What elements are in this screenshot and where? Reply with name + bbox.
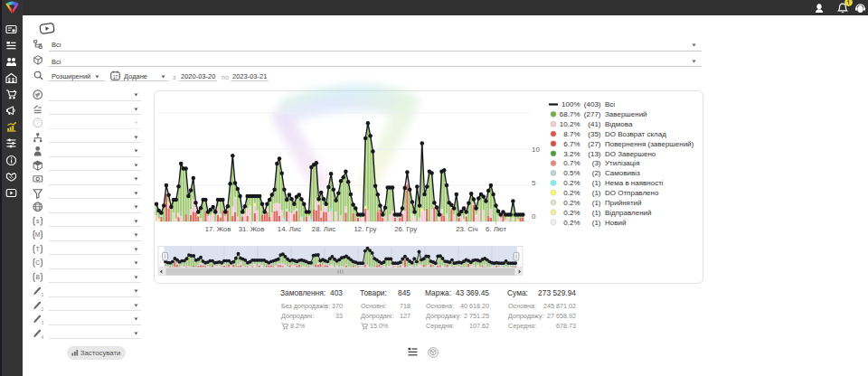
svg-text:31. Жов: 31. Жов — [239, 225, 265, 233]
svg-text:0.5%: 0.5% — [563, 169, 580, 177]
svg-text:(403): (403) — [584, 100, 601, 108]
svg-text:0.2%: 0.2% — [563, 199, 580, 207]
svg-text:0.2%: 0.2% — [563, 219, 580, 227]
svg-text:28. Лис: 28. Лис — [312, 225, 335, 233]
svg-text:(3): (3) — [592, 159, 601, 167]
svg-text:26. Гру: 26. Гру — [394, 225, 417, 233]
svg-text:Відправлений: Відправлений — [605, 209, 652, 217]
svg-text:(2): (2) — [592, 169, 601, 177]
svg-text:(1): (1) — [592, 199, 601, 207]
svg-text:12. Гру: 12. Гру — [354, 225, 377, 233]
svg-text:DO Отправлено: DO Отправлено — [605, 189, 659, 197]
svg-text:Завершений: Завершений — [605, 110, 647, 118]
svg-text:Новий: Новий — [605, 219, 626, 227]
svg-text:(1): (1) — [592, 179, 601, 187]
svg-text:(277): (277) — [584, 110, 601, 118]
svg-text:(1): (1) — [592, 189, 601, 197]
svg-text:(27): (27) — [588, 140, 601, 148]
svg-text:(1): (1) — [592, 209, 601, 217]
svg-text:10.2%: 10.2% — [560, 120, 580, 128]
svg-text:Утилізація: Утилізація — [605, 159, 639, 167]
svg-text:17. Жов: 17. Жов — [205, 225, 231, 233]
svg-text:Повернення (завершений): Повернення (завершений) — [605, 140, 694, 148]
svg-text:0.7%: 0.7% — [563, 159, 580, 167]
svg-text:23. Січ: 23. Січ — [456, 225, 477, 233]
svg-text:Відмова: Відмова — [605, 120, 633, 128]
svg-text:Самовивіз: Самовивіз — [605, 169, 640, 177]
svg-text:6. Лют: 6. Лют — [486, 225, 506, 233]
svg-text:5: 5 — [532, 179, 536, 187]
svg-text:Всі: Всі — [605, 100, 615, 108]
svg-text:68.7%: 68.7% — [560, 110, 580, 118]
svg-text:(41): (41) — [588, 120, 601, 128]
svg-text:0.2%: 0.2% — [563, 189, 580, 197]
svg-text:Прийнятий: Прийнятий — [605, 199, 642, 207]
svg-text:6.7%: 6.7% — [563, 140, 580, 148]
svg-text:Нема в наявності: Нема в наявності — [605, 179, 664, 187]
svg-text:3.2%: 3.2% — [563, 150, 580, 158]
svg-text:(1): (1) — [592, 219, 601, 227]
svg-text:14. Лис: 14. Лис — [278, 225, 301, 233]
svg-text:(35): (35) — [588, 130, 601, 138]
svg-text:(13): (13) — [588, 150, 601, 158]
svg-text:0: 0 — [532, 212, 536, 221]
svg-text:100%: 100% — [561, 100, 580, 108]
svg-text:8.7%: 8.7% — [563, 130, 580, 138]
svg-text:10: 10 — [532, 146, 540, 154]
svg-text:0.2%: 0.2% — [563, 179, 580, 187]
svg-text:0.2%: 0.2% — [563, 209, 580, 217]
svg-text:DO Завершено: DO Завершено — [605, 150, 656, 158]
svg-text:DO Возврат склад: DO Возврат склад — [605, 130, 666, 138]
